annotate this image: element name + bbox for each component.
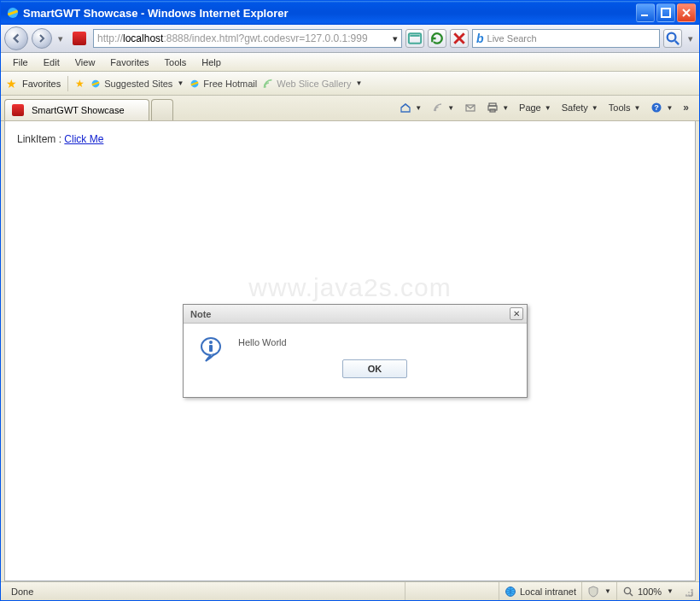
chevron-down-icon: ▼	[177, 79, 184, 87]
menu-view[interactable]: View	[68, 55, 102, 70]
menu-help[interactable]: Help	[195, 55, 228, 70]
status-bar: Done Local intranet ▼ 100% ▼	[1, 581, 699, 600]
zoom-value: 100%	[638, 586, 662, 597]
svg-point-24	[691, 594, 692, 596]
titlebar: SmartGWT Showcase - Windows Internet Exp…	[1, 1, 699, 25]
svg-point-25	[688, 594, 690, 596]
protected-mode-pane[interactable]: ▼	[581, 582, 616, 600]
clickme-link[interactable]: Click Me	[64, 133, 103, 145]
webslice-icon	[262, 78, 274, 90]
tab-bar: SmartGWT Showcase ▼ ▼ ▼ Page▼ Safety▼ To…	[1, 96, 699, 121]
svg-point-9	[435, 109, 436, 111]
page-menu[interactable]: Page▼	[516, 100, 555, 115]
web-slice-link[interactable]: Web Slice Gallery ▼	[262, 78, 362, 90]
refresh-button[interactable]	[428, 29, 446, 48]
svg-point-5	[668, 33, 676, 42]
svg-rect-2	[662, 9, 670, 17]
ie-logo-icon	[6, 6, 20, 20]
content-area: LinkItem : Click Me www.java2s.com Note …	[4, 121, 696, 581]
menu-file[interactable]: File	[6, 55, 35, 70]
dialog-titlebar[interactable]: Note ✕	[184, 305, 527, 324]
linkitem-label: LinkItem :	[17, 133, 64, 145]
chevron-down-icon: ▼	[667, 587, 674, 595]
dialog-body: Hello World OK	[184, 324, 527, 397]
linkitem-field: LinkItem : Click Me	[17, 133, 103, 145]
forward-button[interactable]	[32, 28, 52, 49]
stop-button[interactable]	[450, 29, 469, 48]
nav-bar: ▾ http://localhost:8888/index.html?gwt.c…	[1, 25, 699, 53]
svg-point-26	[685, 594, 687, 596]
svg-point-23	[688, 592, 690, 593]
chevron-down-icon: ▼	[633, 104, 640, 112]
search-button[interactable]	[663, 29, 682, 48]
suggested-sites-label: Suggested Sites	[104, 79, 172, 89]
minimize-button[interactable]	[636, 3, 655, 22]
add-favorite-star-icon[interactable]: ★	[75, 78, 85, 90]
favorites-bar: ★ Favorites ★ Suggested Sites ▼ Free Hot…	[1, 72, 699, 96]
safety-menu[interactable]: Safety▼	[558, 100, 602, 115]
toolbar-overflow[interactable]: »	[680, 102, 692, 114]
favicon-wrap	[73, 32, 90, 45]
suggested-sites-link[interactable]: Suggested Sites ▼	[90, 78, 184, 90]
chevron-down-icon: ▼	[447, 104, 454, 112]
zoom-control[interactable]: 100% ▼	[616, 582, 679, 600]
separator	[67, 76, 68, 91]
favorites-button[interactable]: Favorites	[22, 79, 61, 89]
chevron-down-icon: ▼	[545, 104, 551, 112]
address-bar[interactable]: http://localhost:8888/index.html?gwt.cod…	[93, 29, 402, 48]
chevron-down-icon: ▼	[604, 587, 611, 595]
svg-rect-4	[410, 35, 419, 37]
url-path: :8888/index.html?gwt.codesvr=127.0.0.1:9…	[163, 32, 367, 44]
zone-label: Local intranet	[520, 586, 576, 597]
svg-point-21	[691, 589, 692, 591]
page-body: LinkItem : Click Me	[5, 121, 695, 157]
menu-tools[interactable]: Tools	[158, 55, 194, 70]
globe-icon	[505, 586, 516, 598]
status-done: Done	[11, 586, 33, 597]
maximize-button[interactable]	[656, 3, 675, 22]
chevron-down-icon: ▼	[592, 104, 598, 112]
chevron-down-icon: ▼	[355, 79, 362, 87]
tab-active[interactable]: SmartGWT Showcase	[4, 99, 149, 120]
status-text: Done	[6, 582, 405, 600]
watermark-text: www.java2s.com	[248, 273, 451, 302]
chevron-down-icon: ▼	[502, 104, 509, 112]
menu-edit[interactable]: Edit	[37, 55, 67, 70]
tools-menu[interactable]: Tools▼	[605, 100, 645, 115]
chevron-down-icon: ▼	[415, 104, 422, 112]
ie-small-icon	[90, 78, 102, 90]
menu-bar: File Edit View Favorites Tools Help	[1, 53, 699, 72]
print-button[interactable]: ▼	[483, 99, 512, 116]
new-tab-button[interactable]	[151, 99, 173, 120]
back-button[interactable]	[4, 26, 28, 50]
svg-rect-18	[209, 345, 213, 352]
address-dropdown[interactable]: ▾	[393, 33, 398, 44]
favorites-star-icon: ★	[6, 77, 17, 90]
close-button[interactable]	[677, 3, 696, 22]
site-favicon-icon	[73, 32, 86, 45]
svg-point-20	[624, 587, 630, 593]
nav-history-dropdown[interactable]: ▾	[55, 30, 66, 47]
read-mail-button[interactable]	[461, 99, 480, 116]
window-buttons	[636, 3, 696, 22]
dialog-close-button[interactable]: ✕	[510, 307, 523, 320]
search-dropdown[interactable]: ▾	[685, 30, 696, 47]
help-button[interactable]: ?▼	[647, 99, 676, 116]
resize-grip-icon[interactable]	[682, 586, 694, 598]
ie-window: SmartGWT Showcase - Windows Internet Exp…	[0, 0, 700, 601]
info-icon	[199, 336, 226, 363]
ok-button[interactable]: OK	[342, 359, 407, 378]
search-placeholder: Live Search	[487, 33, 537, 44]
compat-view-button[interactable]	[405, 29, 424, 48]
free-hotmail-link[interactable]: Free Hotmail	[189, 78, 257, 90]
safety-label: Safety	[562, 102, 588, 113]
search-box[interactable]: b Live Search	[472, 29, 660, 48]
url-text: http://localhost:8888/index.html?gwt.cod…	[97, 32, 368, 44]
menu-favorites[interactable]: Favorites	[103, 55, 155, 70]
home-button[interactable]: ▼	[396, 99, 425, 116]
url-host: localhost	[123, 32, 163, 44]
feeds-button[interactable]: ▼	[429, 99, 458, 116]
status-pane-empty1	[405, 582, 499, 600]
status-zone[interactable]: Local intranet	[499, 582, 581, 600]
svg-text:?: ?	[655, 103, 660, 112]
